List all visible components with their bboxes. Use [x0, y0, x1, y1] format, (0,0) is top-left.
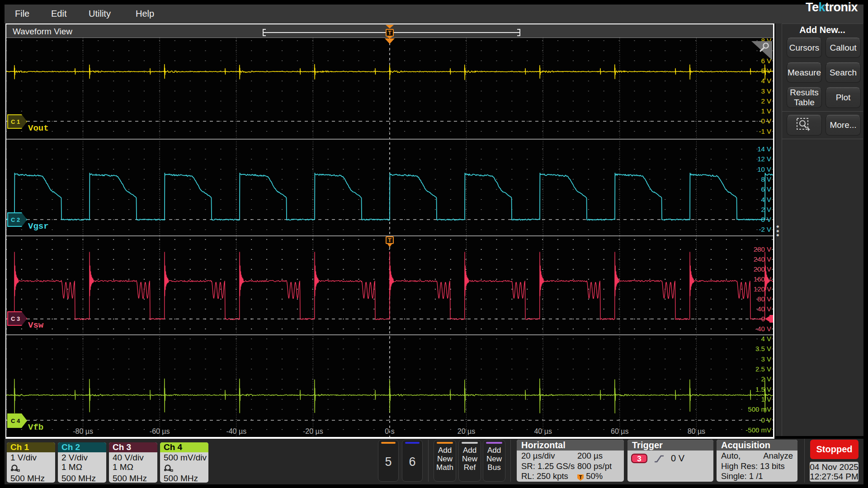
svg-text:0 s: 0 s — [385, 427, 394, 435]
svg-text:0 V: 0 V — [761, 416, 771, 424]
svg-text:3 V: 3 V — [761, 355, 771, 363]
svg-text:4 V: 4 V — [761, 196, 771, 203]
svg-text:2.5 V: 2.5 V — [755, 365, 771, 373]
svg-text:20 µs: 20 µs — [458, 427, 475, 435]
svg-text:2 V: 2 V — [761, 375, 771, 383]
svg-text:80 V: 80 V — [757, 295, 771, 303]
svg-text:-500 mV: -500 mV — [745, 426, 771, 434]
svg-text:500 mV: 500 mV — [748, 405, 771, 413]
svg-text:0 V: 0 V — [761, 216, 771, 223]
svg-text:-40 µs: -40 µs — [226, 427, 246, 435]
svg-text:1 V: 1 V — [761, 395, 771, 403]
svg-text:-60 µs: -60 µs — [150, 427, 170, 435]
svg-text:280 V: 280 V — [754, 245, 771, 253]
svg-text:6 V: 6 V — [761, 57, 771, 65]
svg-text:12 V: 12 V — [757, 155, 771, 163]
svg-text:-1 V: -1 V — [759, 127, 771, 135]
svg-text:120 V: 120 V — [754, 285, 771, 293]
svg-text:0 V: 0 V — [761, 117, 771, 125]
svg-text:0: 0 — [761, 315, 765, 323]
svg-text:-20 µs: -20 µs — [303, 427, 323, 435]
svg-text:1 V: 1 V — [761, 107, 771, 115]
svg-text:40 µs: 40 µs — [534, 427, 552, 435]
svg-text:10 V: 10 V — [757, 165, 771, 173]
svg-text:3 V: 3 V — [761, 87, 771, 95]
svg-text:60 µs: 60 µs — [611, 427, 628, 435]
svg-text:8 V: 8 V — [761, 175, 771, 183]
svg-text:-40 V: -40 V — [755, 325, 771, 333]
svg-text:80 µs: 80 µs — [688, 427, 705, 435]
svg-text:2 V: 2 V — [761, 206, 771, 213]
svg-text:4 V: 4 V — [761, 335, 771, 343]
svg-text:2 V: 2 V — [761, 97, 771, 105]
svg-text:200 V: 200 V — [754, 265, 771, 273]
svg-text:40 V: 40 V — [757, 305, 771, 313]
svg-text:240 V: 240 V — [754, 255, 771, 263]
svg-text:5 V: 5 V — [761, 67, 771, 75]
svg-text:14 V: 14 V — [757, 145, 771, 153]
svg-text:4 V: 4 V — [761, 77, 771, 84]
svg-text:-2 V: -2 V — [759, 225, 771, 233]
svg-text:1.5 V: 1.5 V — [755, 385, 771, 393]
svg-text:-80 µs: -80 µs — [73, 427, 93, 435]
svg-text:3.5 V: 3.5 V — [755, 345, 771, 352]
svg-text:6 V: 6 V — [761, 185, 771, 193]
svg-text:160 V: 160 V — [754, 275, 771, 283]
